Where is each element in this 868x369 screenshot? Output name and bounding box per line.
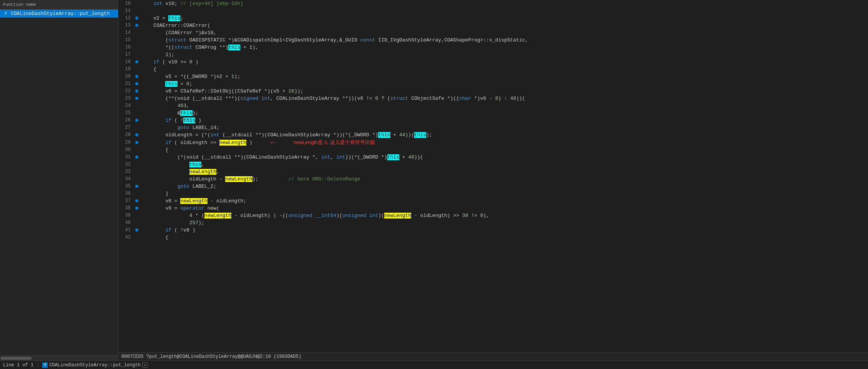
line-num: 13 bbox=[118, 22, 134, 29]
status-bottom-bar: Line 1 of 1 | f COALineDashStyleArray::p… bbox=[0, 361, 868, 369]
line-num: 32 bbox=[118, 161, 134, 168]
code-area: 10 int v10; // [esp+4h] [ebp-10h] 11 12 bbox=[118, 0, 868, 361]
code-cell: v2 = this; bbox=[140, 15, 868, 22]
bullet-cell bbox=[134, 154, 140, 161]
code-cell: (struct OADISPSTATIC *)&COADispatchImpl<… bbox=[140, 36, 868, 44]
code-cell: { bbox=[140, 66, 868, 73]
bullet-cell bbox=[134, 80, 140, 88]
code-scroll[interactable]: 10 int v10; // [esp+4h] [ebp-10h] 11 12 bbox=[118, 0, 868, 352]
breakpoint-bullet bbox=[135, 207, 138, 210]
table-row: 14 (COAError *)&v10, bbox=[118, 29, 868, 36]
table-row: 17 1); bbox=[118, 51, 868, 58]
code-cell: 1); bbox=[140, 51, 868, 58]
table-row: 15 (struct OADISPSTATIC *)&COADispatchIm… bbox=[118, 36, 868, 44]
bullet-cell bbox=[134, 22, 140, 29]
line-num: 12 bbox=[118, 15, 134, 22]
close-button[interactable]: ✕ bbox=[142, 362, 148, 368]
code-cell: newLength, bbox=[140, 168, 868, 175]
line-num: 14 bbox=[118, 29, 134, 36]
function-label: COALineDashStyleArray::put_length bbox=[11, 11, 110, 17]
bullet-cell bbox=[134, 227, 140, 234]
function-icon: f bbox=[3, 11, 8, 17]
bullet-cell bbox=[134, 102, 140, 109]
bullet-cell bbox=[134, 212, 140, 219]
code-cell: if ( oldLength >= newLength ) ← newLengt… bbox=[140, 139, 868, 146]
line-num: 34 bbox=[118, 175, 134, 183]
line-num: 26 bbox=[118, 117, 134, 124]
bullet-cell bbox=[134, 95, 140, 102]
bullet-cell bbox=[134, 161, 140, 168]
line-num: 25 bbox=[118, 109, 134, 117]
code-cell: v6 = CSafeRef::IGetObj((CSafeRef *)(v5 +… bbox=[140, 88, 868, 95]
line-num: 28 bbox=[118, 131, 134, 139]
table-row: 31 (*(void (__stdcall **)(COALineDashSty… bbox=[118, 154, 868, 161]
code-cell: int v10; // [esp+4h] [ebp-10h] bbox=[140, 0, 868, 7]
table-row: 28 oldLength = (*(int (__stdcall **)(COA… bbox=[118, 131, 868, 139]
sidebar-title: Function name bbox=[3, 2, 36, 7]
bullet-cell bbox=[134, 109, 140, 117]
bullet-cell bbox=[134, 73, 140, 80]
table-row: 22 v6 = CSafeRef::IGetObj((CSafeRef *)(v… bbox=[118, 88, 868, 95]
code-table: 10 int v10; // [esp+4h] [ebp-10h] 11 12 bbox=[118, 0, 868, 241]
line-num: 19 bbox=[118, 66, 134, 73]
function-item[interactable]: f COALineDashStyleArray::put_length bbox=[0, 10, 118, 18]
line-info: Line 1 of 1 bbox=[3, 362, 33, 368]
breakpoint-bullet bbox=[135, 185, 138, 188]
bullet-cell bbox=[134, 58, 140, 66]
code-cell: if ( !v9 ) bbox=[140, 227, 868, 234]
line-num: 21 bbox=[118, 80, 134, 88]
table-row: 37 v8 = newLength - oldLength; bbox=[118, 197, 868, 205]
table-row: 34 oldLength - newLength); // here ORG::… bbox=[118, 175, 868, 183]
bottom-function-label: COALineDashStyleArray::put_length bbox=[49, 362, 141, 368]
table-row: 21 this = 0; bbox=[118, 80, 868, 88]
bullet-cell bbox=[134, 7, 140, 15]
table-row: 11 bbox=[118, 7, 868, 15]
table-row: 41 if ( !v9 ) bbox=[118, 227, 868, 234]
table-row: 13 COAError::COAError( bbox=[118, 22, 868, 29]
line-num: 22 bbox=[118, 88, 134, 95]
address-text: 0007CED5 ?put_length@COALineDashStyleArr… bbox=[121, 354, 301, 359]
line-num: 29 bbox=[118, 139, 134, 146]
bullet-cell bbox=[134, 175, 140, 183]
line-num: 24 bbox=[118, 102, 134, 109]
annotation-text: newLength是-1, 这儿是个有符号比较 bbox=[294, 139, 375, 145]
line-num: 11 bbox=[118, 7, 134, 15]
breakpoint-bullet bbox=[135, 60, 138, 63]
code-cell: 4 * (newLength - oldLength) | -((unsigne… bbox=[140, 212, 868, 219]
table-row: 33 newLength, bbox=[118, 168, 868, 175]
line-num: 17 bbox=[118, 51, 134, 58]
bullet-cell bbox=[134, 168, 140, 175]
bullet-cell bbox=[134, 190, 140, 197]
line-num: 42 bbox=[118, 234, 134, 241]
breakpoint-bullet bbox=[135, 24, 138, 27]
code-cell: { bbox=[140, 234, 868, 241]
function-list[interactable]: f COALineDashStyleArray::put_length bbox=[0, 10, 118, 355]
table-row: 10 int v10; // [esp+4h] [ebp-10h] bbox=[118, 0, 868, 7]
table-row: 18 if ( v10 >= 0 ) bbox=[118, 58, 868, 66]
bullet-cell bbox=[134, 139, 140, 146]
breakpoint-bullet bbox=[135, 89, 138, 93]
table-row: 24 463, bbox=[118, 102, 868, 109]
code-cell: v9 = operator new( bbox=[140, 205, 868, 212]
line-num: 15 bbox=[118, 36, 134, 44]
code-cell: (COAError *)&v10, bbox=[140, 29, 868, 36]
bullet-cell bbox=[134, 15, 140, 22]
table-row: 26 if ( !this ) bbox=[118, 117, 868, 124]
code-cell: goto LABEL_2; bbox=[140, 183, 868, 190]
table-row: 39 4 * (newLength - oldLength) | -((unsi… bbox=[118, 212, 868, 219]
scrollbar-thumb bbox=[1, 357, 32, 360]
line-num: 37 bbox=[118, 197, 134, 205]
bullet-cell bbox=[134, 124, 140, 131]
code-cell: 463, bbox=[140, 102, 868, 109]
line-num: 10 bbox=[118, 0, 134, 7]
code-cell: oldLength - newLength); // here ORG::Del… bbox=[140, 175, 868, 183]
code-cell: if ( !this ) bbox=[140, 117, 868, 124]
code-cell: 257); bbox=[140, 219, 868, 227]
bullet-cell bbox=[134, 234, 140, 241]
line-num: 31 bbox=[118, 154, 134, 161]
main-container: Function name f COALineDashStyleArray::p… bbox=[0, 0, 868, 361]
bullet-cell bbox=[134, 66, 140, 73]
bullet-cell bbox=[134, 197, 140, 205]
sidebar-scrollbar-h[interactable] bbox=[0, 355, 118, 361]
table-row: 16 *((struct COAProg **)this + 1), bbox=[118, 44, 868, 51]
